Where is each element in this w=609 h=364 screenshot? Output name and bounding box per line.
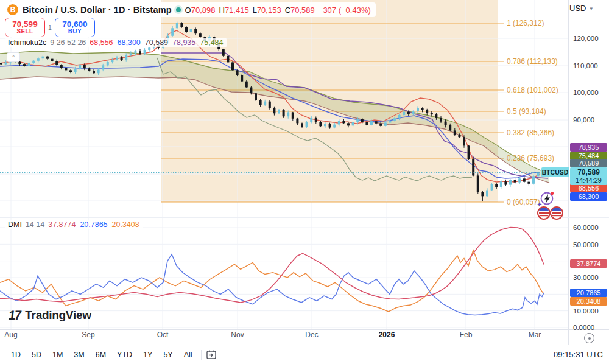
currency-dropdown[interactable]: USD ▾ bbox=[569, 4, 593, 13]
price-axis-label: 120,000 bbox=[573, 35, 599, 42]
instant-trading-icon[interactable] bbox=[537, 192, 554, 207]
market-status-dot[interactable] bbox=[176, 7, 181, 12]
dmi-legend-params: 14 14 bbox=[26, 220, 44, 229]
month-label-Feb: Feb bbox=[452, 331, 480, 339]
currency-label: USD bbox=[569, 4, 586, 13]
dmi-axis-label: 60.0000 bbox=[573, 224, 599, 231]
range-button-5Y[interactable]: 5Y bbox=[158, 348, 177, 362]
range-button-1Y[interactable]: 1Y bbox=[138, 348, 157, 362]
date-range-buttons: 1D5D1M3M6MYTD1Y5YAll bbox=[6, 348, 197, 362]
buy-price: 70,600 bbox=[62, 20, 87, 29]
buy-button[interactable]: 70,600 BUY bbox=[55, 18, 95, 37]
month-label-Mar: Mar bbox=[521, 331, 549, 339]
flag-event-icon[interactable] bbox=[538, 207, 563, 219]
time-axis-separator bbox=[0, 329, 609, 330]
high-label: H bbox=[219, 5, 224, 15]
countdown-price-box: 70,589 14:44:29 bbox=[570, 167, 607, 185]
dmi-badge: 20.3408 bbox=[570, 297, 607, 306]
dmi-axis-label: 50.0000 bbox=[573, 241, 599, 248]
range-button-6M[interactable]: 6M bbox=[91, 348, 111, 362]
price-badge: 68,556 bbox=[570, 184, 607, 192]
month-label-Nov: Nov bbox=[224, 331, 252, 339]
dmi-axis-label: 10.0000 bbox=[573, 307, 599, 315]
toolbar-divider bbox=[201, 350, 202, 360]
chevron-down-icon: ▾ bbox=[590, 5, 593, 12]
chart-canvas[interactable] bbox=[0, 0, 568, 345]
fib-level-label: 0.618 (101,002) bbox=[507, 86, 558, 94]
legend-collapse-button[interactable]: ^ bbox=[7, 52, 20, 62]
bitcoin-logo-icon: B bbox=[7, 4, 18, 15]
dmi-legend-title[interactable]: DMI bbox=[8, 220, 22, 229]
tradingview-logo-icon: 17 bbox=[7, 308, 21, 323]
ichimoku-value-2: 70,589 bbox=[145, 38, 168, 47]
month-label-2026: 2026 bbox=[373, 331, 401, 339]
month-label-Dec: Dec bbox=[298, 331, 326, 339]
sell-label: SELL bbox=[16, 29, 33, 35]
ohlc-values: O70,898 H71,415 L70,153 C70,589 −307 (−0… bbox=[185, 5, 371, 15]
price-badge: 68,300 bbox=[570, 192, 607, 201]
chart-event-icons bbox=[533, 190, 568, 220]
close-value: 70,589 bbox=[290, 5, 315, 15]
open-value: 70,898 bbox=[191, 5, 216, 15]
fib-level-label: 0.786 (112,133) bbox=[507, 57, 558, 66]
dmi-axis-label: 30.0000 bbox=[573, 274, 599, 281]
pane-separator[interactable] bbox=[0, 217, 609, 218]
countdown-price: 70,589 bbox=[577, 169, 600, 177]
month-label-Oct: Oct bbox=[149, 331, 177, 339]
tradingview-watermark[interactable]: 17 TradingView bbox=[9, 308, 91, 323]
ichimoku-legend-params: 9 26 52 26 bbox=[50, 38, 86, 47]
range-button-3M[interactable]: 3M bbox=[69, 348, 89, 362]
range-button-1M[interactable]: 1M bbox=[48, 348, 68, 362]
month-label-Sep: Sep bbox=[74, 331, 102, 339]
range-button-All[interactable]: All bbox=[179, 348, 197, 362]
low-value: 70,153 bbox=[257, 5, 281, 15]
dmi-badge: 37.8774 bbox=[570, 259, 607, 268]
countdown-timer: 14:44:29 bbox=[576, 177, 602, 184]
price-axis-label: 110,000 bbox=[573, 62, 598, 69]
last-bar-symbol-tag: BTCUSD bbox=[541, 167, 569, 177]
symbol-legend-bar: B Bitcoin / U.S. Dollar · 1D · Bitstamp … bbox=[2, 2, 376, 17]
time-axis-settings-icon[interactable] bbox=[584, 333, 594, 343]
ichimoku-legend: Ichimoku2c 9 26 52 26 68,55668,30070,589… bbox=[5, 38, 227, 47]
sell-price: 70,599 bbox=[12, 20, 37, 29]
dmi-badge: 20.7865 bbox=[570, 289, 607, 297]
price-badge: 78,935 bbox=[570, 143, 607, 152]
go-to-date-icon[interactable] bbox=[205, 349, 217, 361]
ichimoku-legend-title[interactable]: Ichimoku2c bbox=[8, 38, 46, 47]
ichimoku-value-1: 68,300 bbox=[118, 38, 141, 47]
close-label: C bbox=[285, 5, 290, 15]
fib-level-label: 0.5 (93,184) bbox=[507, 107, 546, 116]
ichimoku-value-4: 75,484 bbox=[200, 38, 223, 47]
price-axis-label: 100,000 bbox=[573, 89, 599, 96]
month-label-Aug: Aug bbox=[0, 331, 25, 339]
open-label: O bbox=[185, 5, 191, 15]
symbol-title[interactable]: Bitcoin / U.S. Dollar · 1D · Bitstamp bbox=[23, 5, 172, 15]
fib-level-label: 0.382 (85,366) bbox=[507, 128, 554, 137]
range-button-1D[interactable]: 1D bbox=[6, 348, 26, 362]
range-button-YTD[interactable]: YTD bbox=[112, 348, 137, 362]
clock[interactable]: 09:15:31 UTC bbox=[554, 350, 603, 359]
dmi-value-0: 37.8774 bbox=[48, 220, 76, 229]
ichimoku-value-0: 68,556 bbox=[90, 38, 113, 47]
fib-level-label: 1 (126,312) bbox=[507, 19, 544, 27]
dmi-axis-label: 0.0000 bbox=[573, 324, 594, 331]
dmi-value-1: 20.7865 bbox=[80, 220, 107, 229]
tradingview-chart-window: B Bitcoin / U.S. Dollar · 1D · Bitstamp … bbox=[0, 0, 609, 364]
sell-button[interactable]: 70,599 SELL bbox=[5, 18, 45, 37]
dmi-value-2: 20.3408 bbox=[112, 220, 139, 229]
fib-level-label: 0.236 (75,693) bbox=[507, 154, 554, 163]
low-label: L bbox=[253, 5, 257, 15]
bottom-toolbar: 1D5D1M3M6MYTD1Y5YAll 09:15:31 UTC bbox=[0, 345, 609, 364]
range-button-5D[interactable]: 5D bbox=[27, 348, 46, 362]
ichimoku-legend-values: 68,55668,30070,58978,93575,484 bbox=[90, 38, 223, 47]
tradingview-logo-text: TradingView bbox=[25, 309, 91, 322]
ichimoku-value-3: 78,935 bbox=[172, 38, 195, 47]
dmi-legend: DMI 14 14 37.877420.786520.3408 bbox=[5, 220, 143, 229]
price-badge: 70,589 bbox=[570, 159, 607, 167]
spread-value: 1 bbox=[48, 24, 52, 31]
trade-buttons: 70,599 SELL 1 70,600 BUY bbox=[5, 18, 95, 37]
dmi-legend-values: 37.877420.786520.3408 bbox=[48, 220, 139, 229]
change-value: −307 (−0.43%) bbox=[319, 5, 371, 15]
buy-label: BUY bbox=[68, 29, 82, 35]
high-value: 71,415 bbox=[225, 5, 249, 15]
